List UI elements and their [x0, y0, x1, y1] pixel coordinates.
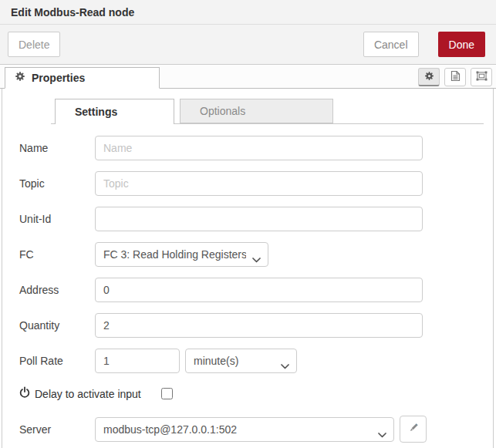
- address-row: Address: [19, 278, 493, 302]
- poll-rate-label: Poll Rate: [19, 355, 95, 367]
- object-group-icon: [476, 70, 488, 84]
- delay-row: Delay to activate input: [19, 386, 493, 401]
- document-icon: [450, 70, 461, 85]
- gear-icon: [424, 70, 434, 84]
- tab-settings-label: Settings: [75, 106, 117, 118]
- dialog-title: Edit Modbus-Read node: [11, 6, 134, 19]
- quantity-label: Quantity: [19, 319, 95, 332]
- delay-checkbox[interactable]: [161, 388, 173, 399]
- unit-id-label: Unit-Id: [19, 213, 95, 225]
- settings-form: Name Topic Unit-Id FC FC 3: Read Holding…: [2, 124, 493, 443]
- edit-node-dialog: Edit Modbus-Read node Delete Cancel Done: [0, 0, 496, 448]
- poll-rate-unit-select[interactable]: minute(s): [185, 349, 297, 373]
- address-label: Address: [19, 284, 95, 296]
- topic-input[interactable]: [95, 171, 423, 196]
- name-input[interactable]: [95, 136, 423, 160]
- server-edit-button[interactable]: [400, 416, 427, 443]
- done-button[interactable]: Done: [438, 32, 485, 57]
- tab-properties-label: Properties: [32, 72, 85, 84]
- server-row: Server modbus-tcp@127.0.0.1:502: [19, 416, 493, 443]
- server-label: Server: [19, 423, 95, 436]
- quantity-input[interactable]: [95, 313, 423, 338]
- quantity-row: Quantity: [19, 313, 493, 338]
- appearance-button[interactable]: [471, 68, 492, 86]
- tab-optionals[interactable]: Optionals: [180, 99, 333, 123]
- power-icon: [19, 386, 30, 401]
- server-select[interactable]: modbus-tcp@127.0.0.1:502: [95, 417, 394, 442]
- unit-id-input[interactable]: [95, 207, 423, 231]
- tab-optionals-label: Optionals: [200, 105, 245, 117]
- poll-rate-input[interactable]: [95, 349, 180, 373]
- cancel-button[interactable]: Cancel: [363, 32, 419, 57]
- name-row: Name: [19, 136, 493, 160]
- settings-tab-bar: Settings Optionals: [51, 99, 484, 124]
- properties-gear-button[interactable]: [418, 68, 440, 86]
- description-button[interactable]: [444, 68, 466, 86]
- fc-row: FC FC 3: Read Holding Registers: [19, 242, 493, 267]
- tab-properties[interactable]: Properties: [5, 67, 160, 89]
- tab-settings[interactable]: Settings: [55, 99, 174, 124]
- topic-label: Topic: [19, 177, 95, 190]
- editor-tab-bar: Properties: [0, 65, 496, 89]
- delay-label: Delay to activate input: [35, 388, 141, 400]
- properties-panel: Settings Optionals Name Topic Unit-Id FC: [2, 89, 494, 448]
- unit-id-row: Unit-Id: [19, 207, 493, 231]
- name-label: Name: [19, 142, 95, 154]
- gear-icon: [15, 71, 25, 85]
- dialog-header: Edit Modbus-Read node: [0, 0, 496, 25]
- topic-row: Topic: [19, 171, 493, 196]
- poll-rate-row: Poll Rate minute(s): [19, 349, 493, 373]
- fc-label: FC: [19, 248, 95, 261]
- dialog-toolbar: Delete Cancel Done: [0, 25, 496, 65]
- address-input[interactable]: [95, 278, 423, 302]
- pencil-icon: [408, 423, 419, 436]
- tab-action-buttons: [418, 68, 492, 86]
- delete-button[interactable]: Delete: [8, 32, 60, 57]
- fc-select[interactable]: FC 3: Read Holding Registers: [95, 242, 268, 267]
